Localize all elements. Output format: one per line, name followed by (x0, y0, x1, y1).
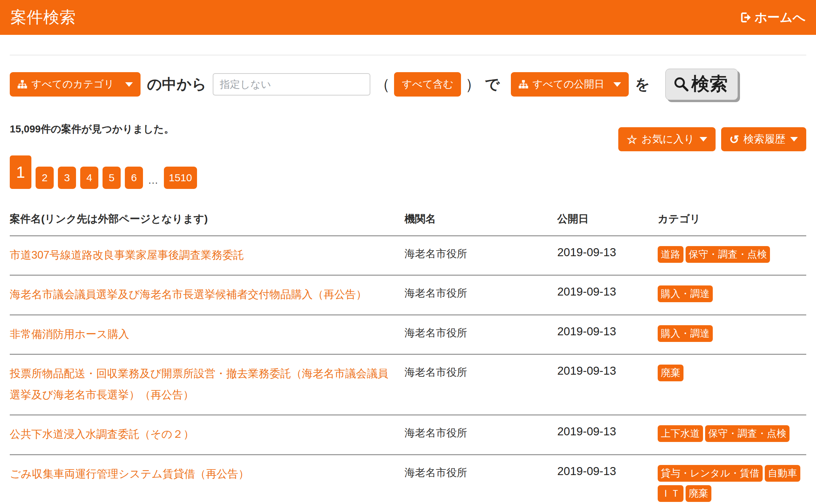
category-badge: 購入・調達 (658, 285, 713, 302)
category-cell: 廃棄 (658, 363, 806, 381)
results-row: 15,099件の案件が見つかりました。 ☆ お気に入り ↺ 検索履歴 (10, 121, 806, 151)
case-link[interactable]: 公共下水道浸入水調査委託（その２） (10, 428, 194, 440)
paren-open: （ (375, 74, 390, 95)
category-badge: 自動車 (765, 465, 800, 482)
publish-date-cell: 2019-09-13 (557, 464, 658, 478)
history-icon: ↺ (730, 133, 740, 145)
match-mode-button[interactable]: すべて含む (394, 72, 461, 97)
agency-cell: 海老名市役所 (405, 363, 557, 380)
page-button[interactable]: 3 (58, 167, 76, 189)
table-row: ごみ収集車両運行管理システム賃貸借（再公告）海老名市役所2019-09-13貸与… (10, 454, 806, 504)
table-row: 市道307号線道路改良事業家屋事後調査業務委託海老名市役所2019-09-13道… (10, 235, 806, 275)
table-row: 海老名市議会議員選挙及び海老名市長選挙候補者交付物品購入（再公告）海老名市役所2… (10, 275, 806, 314)
joiner-text: を (635, 75, 650, 94)
case-link[interactable]: 投票所物品配送・回収業務及び開票所設営・撤去業務委託（海老名市議会議員選挙及び海… (10, 367, 388, 400)
joiner-text: で (485, 75, 500, 94)
case-name-cell: 投票所物品配送・回収業務及び開票所設営・撤去業務委託（海老名市議会議員選挙及び海… (10, 363, 405, 405)
column-header-category: カテゴリ (658, 212, 806, 226)
case-link[interactable]: 市道307号線道路改良事業家屋事後調査業務委託 (10, 249, 244, 261)
publish-date-cell: 2019-09-13 (557, 324, 658, 338)
agency-cell: 海老名市役所 (405, 324, 557, 340)
chevron-down-icon (125, 82, 133, 87)
chevron-down-icon (613, 82, 621, 87)
category-badge: 廃棄 (658, 365, 683, 381)
header-bar: 案件検索 ホームへ (0, 0, 816, 35)
search-bar: すべてのカテゴリ の中から （ すべて含む ） で すべての公開日 を (10, 69, 806, 100)
history-label: 検索履歴 (743, 132, 785, 146)
category-cell: 貸与・レンタル・賃借自動車ＩＴ廃棄 (658, 464, 806, 502)
joiner-text: の中から (147, 75, 206, 94)
sign-out-icon (740, 12, 751, 23)
category-badge: 購入・調達 (658, 325, 713, 342)
chevron-down-icon (790, 137, 798, 142)
case-name-cell: ごみ収集車両運行管理システム賃貸借（再公告） (10, 464, 405, 484)
column-header-agency: 機関名 (405, 212, 557, 226)
category-badge: 保守・調査・点検 (686, 246, 770, 263)
case-link[interactable]: ごみ収集車両運行管理システム賃貸借（再公告） (10, 468, 249, 480)
category-dropdown-label: すべてのカテゴリ (31, 77, 114, 91)
publish-date-cell: 2019-09-13 (557, 363, 658, 377)
category-badge: ＩＴ (658, 485, 683, 502)
publish-date-dropdown-label: すべての公開日 (532, 77, 604, 91)
sitemap-icon (519, 79, 528, 89)
column-header-date: 公開日 (557, 212, 658, 226)
category-cell: 購入・調達 (658, 324, 806, 342)
agency-cell: 海老名市役所 (405, 424, 557, 440)
search-history-button[interactable]: ↺ 検索履歴 (721, 127, 807, 151)
results-count: 15,099件の案件が見つかりました。 (10, 121, 174, 136)
keyword-input[interactable] (213, 73, 370, 96)
case-link[interactable]: 非常備消防用ホース購入 (10, 328, 129, 340)
column-header-name: 案件名(リンク先は外部ページとなります) (10, 212, 405, 226)
action-buttons: ☆ お気に入り ↺ 検索履歴 (618, 127, 806, 151)
table-body: 市道307号線道路改良事業家屋事後調査業務委託海老名市役所2019-09-13道… (10, 235, 806, 504)
page-title: 案件検索 (10, 7, 76, 28)
home-link[interactable]: ホームへ (740, 9, 806, 26)
category-cell: 道路保守・調査・点検 (658, 245, 806, 263)
case-table: 案件名(リンク先は外部ページとなります) 機関名 公開日 カテゴリ 市道307号… (10, 206, 806, 504)
favorites-button[interactable]: ☆ お気に入り (618, 127, 716, 151)
publish-date-dropdown[interactable]: すべての公開日 (511, 72, 629, 97)
page-button[interactable]: 2 (36, 167, 54, 189)
category-dropdown[interactable]: すべてのカテゴリ (10, 72, 141, 97)
case-name-cell: 公共下水道浸入水調査委託（その２） (10, 424, 405, 445)
page-button[interactable]: 6 (125, 167, 143, 189)
category-cell: 上下水道保守・調査・点検 (658, 424, 806, 442)
search-icon (673, 76, 689, 92)
page-ellipsis: … (147, 174, 160, 189)
category-badge: 廃棄 (686, 485, 711, 502)
category-badge: 保守・調査・点検 (705, 425, 789, 442)
page-button-current[interactable]: 1 (10, 155, 31, 189)
paren-close: ） (465, 74, 481, 95)
search-button-label: 検索 (692, 72, 728, 96)
pagination: 123456…1510 (10, 155, 806, 189)
chevron-down-icon (700, 137, 707, 142)
page-button[interactable]: 4 (80, 167, 98, 189)
publish-date-cell: 2019-09-13 (557, 245, 658, 259)
case-link[interactable]: 海老名市議会議員選挙及び海老名市長選挙候補者交付物品購入（再公告） (10, 288, 367, 300)
table-row: 非常備消防用ホース購入海老名市役所2019-09-13購入・調達 (10, 314, 806, 354)
table-row: 公共下水道浸入水調査委託（その２）海老名市役所2019-09-13上下水道保守・… (10, 414, 806, 454)
agency-cell: 海老名市役所 (405, 464, 557, 480)
home-link-label: ホームへ (754, 9, 806, 26)
header-divider (10, 55, 806, 55)
category-cell: 購入・調達 (658, 284, 806, 302)
table-header-row: 案件名(リンク先は外部ページとなります) 機関名 公開日 カテゴリ (10, 206, 806, 235)
table-row: 投票所物品配送・回収業務及び開票所設営・撤去業務委託（海老名市議会議員選挙及び海… (10, 354, 806, 414)
sitemap-icon (17, 79, 27, 89)
page-button[interactable]: 5 (103, 167, 121, 189)
category-badge: 上下水道 (658, 425, 703, 442)
search-button[interactable]: 検索 (665, 69, 738, 100)
category-badge: 道路 (658, 246, 683, 263)
agency-cell: 海老名市役所 (405, 284, 557, 300)
case-name-cell: 非常備消防用ホース購入 (10, 324, 405, 345)
category-badge: 貸与・レンタル・賃借 (658, 465, 763, 482)
case-name-cell: 市道307号線道路改良事業家屋事後調査業務委託 (10, 245, 405, 266)
case-name-cell: 海老名市議会議員選挙及び海老名市長選挙候補者交付物品購入（再公告） (10, 284, 405, 305)
publish-date-cell: 2019-09-13 (557, 284, 658, 298)
match-mode-label: すべて含む (402, 77, 453, 91)
publish-date-cell: 2019-09-13 (557, 424, 658, 438)
agency-cell: 海老名市役所 (405, 245, 557, 261)
page-button-last[interactable]: 1510 (164, 167, 197, 189)
favorites-label: お気に入り (641, 132, 694, 146)
star-icon: ☆ (627, 133, 637, 145)
